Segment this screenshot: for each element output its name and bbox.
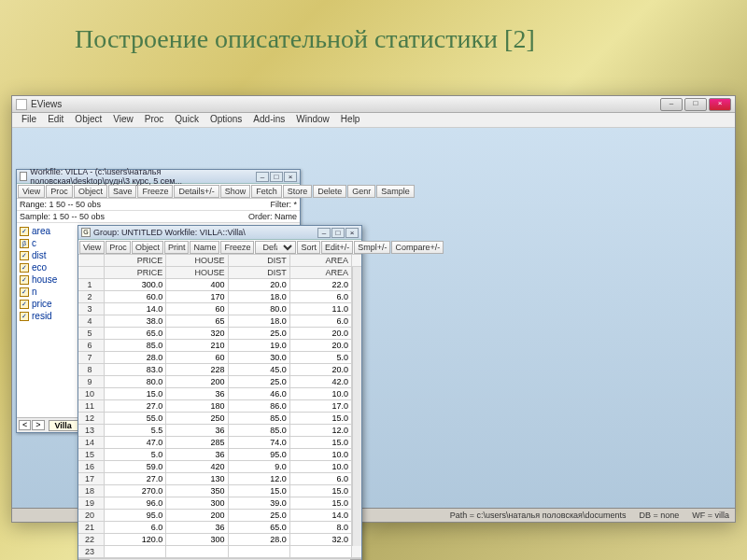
data-cell[interactable]: 39.0 xyxy=(229,497,290,510)
data-cell[interactable]: 36 xyxy=(166,449,228,461)
data-cell[interactable]: 15.0 xyxy=(290,413,352,425)
row-number[interactable]: 18 xyxy=(78,485,105,497)
data-cell[interactable]: 30.0 xyxy=(229,352,290,364)
data-cell[interactable] xyxy=(290,546,352,558)
data-cell[interactable]: 80.0 xyxy=(229,303,290,315)
data-cell[interactable]: 10.0 xyxy=(290,461,352,473)
data-cell[interactable]: 25.0 xyxy=(229,510,290,522)
wf-minimize-button[interactable]: – xyxy=(256,172,269,182)
menu-object[interactable]: Object xyxy=(69,113,107,127)
data-cell[interactable]: 60 xyxy=(166,352,228,364)
data-cell[interactable]: 12.0 xyxy=(229,473,290,485)
data-cell[interactable]: 18.0 xyxy=(229,291,290,303)
data-cell[interactable]: 400 xyxy=(166,279,228,291)
data-cell[interactable]: 15.0 xyxy=(229,485,290,497)
wf-btn-proc[interactable]: Proc xyxy=(46,185,73,198)
wf-btn-details[interactable]: Details+/- xyxy=(174,185,218,198)
data-cell[interactable]: 36 xyxy=(166,522,228,534)
minimize-button[interactable]: – xyxy=(660,98,683,111)
data-cell[interactable]: 28.0 xyxy=(105,352,166,364)
wf-btn-view[interactable]: View xyxy=(18,185,45,198)
col-header[interactable]: HOUSE xyxy=(166,255,228,267)
group-titlebar[interactable]: G Group: UNTITLED Workfile: VILLA::Villa… xyxy=(78,226,361,240)
workfile-titlebar[interactable]: Workfile: VILLA - (c:\users\наталья поло… xyxy=(17,170,300,184)
spreadsheet[interactable]: PRICEHOUSEDISTAREAPRICEHOUSEDISTAREA1300… xyxy=(78,255,361,558)
data-cell[interactable]: 27.0 xyxy=(105,473,166,485)
row-number[interactable]: 15 xyxy=(78,449,105,461)
grp-btn-freeze[interactable]: Freeze xyxy=(220,241,254,254)
row-number[interactable]: 9 xyxy=(78,376,105,388)
data-cell[interactable]: 19.0 xyxy=(229,340,290,352)
data-cell[interactable]: 200 xyxy=(166,376,228,388)
row-number[interactable]: 11 xyxy=(78,400,105,413)
data-cell[interactable]: 20.0 xyxy=(229,279,290,291)
data-cell[interactable]: 96.0 xyxy=(105,497,166,510)
row-number[interactable]: 1 xyxy=(78,279,105,291)
data-cell[interactable]: 14.0 xyxy=(290,510,352,522)
wf-btn-freeze[interactable]: Freeze xyxy=(137,185,173,198)
data-cell[interactable]: 86.0 xyxy=(229,400,290,413)
row-number[interactable]: 20 xyxy=(78,510,105,522)
row-number[interactable]: 3 xyxy=(78,303,105,315)
grp-maximize-button[interactable]: □ xyxy=(331,228,345,238)
row-number[interactable]: 8 xyxy=(78,364,105,376)
wf-btn-store[interactable]: Store xyxy=(283,185,313,198)
data-cell[interactable]: 15.0 xyxy=(290,497,352,510)
data-cell[interactable]: 300 xyxy=(166,534,228,546)
data-cell[interactable]: 320 xyxy=(166,328,228,340)
menu-quick[interactable]: Quick xyxy=(169,113,204,127)
data-cell[interactable]: 59.0 xyxy=(105,461,166,473)
wf-btn-sample[interactable]: Sample xyxy=(376,185,415,198)
menu-edit[interactable]: Edit xyxy=(42,113,69,127)
data-cell[interactable]: 60.0 xyxy=(105,291,166,303)
data-cell[interactable]: 42.0 xyxy=(290,376,352,388)
data-cell[interactable]: 228 xyxy=(166,364,228,376)
row-number[interactable]: 19 xyxy=(78,497,105,510)
data-cell[interactable]: 10.0 xyxy=(290,388,352,400)
col-header[interactable]: HOUSE xyxy=(166,267,228,279)
data-cell[interactable]: 8.0 xyxy=(290,522,352,534)
row-number[interactable]: 7 xyxy=(78,352,105,364)
grp-btn-proc[interactable]: Proc xyxy=(106,241,131,254)
grp-btn-view[interactable]: View xyxy=(79,241,105,254)
data-cell[interactable]: 5.0 xyxy=(290,352,352,364)
data-cell[interactable]: 5.5 xyxy=(105,425,166,437)
grp-btn-edit[interactable]: Edit+/- xyxy=(321,241,353,254)
row-number[interactable]: 13 xyxy=(78,425,105,437)
row-number[interactable]: 12 xyxy=(78,413,105,425)
data-cell[interactable]: 6.0 xyxy=(105,522,166,534)
data-cell[interactable]: 6.0 xyxy=(290,315,352,328)
data-cell[interactable]: 180 xyxy=(166,400,228,413)
menu-proc[interactable]: Proc xyxy=(139,113,170,127)
close-button[interactable]: × xyxy=(709,98,731,111)
data-cell[interactable]: 270.0 xyxy=(105,485,166,497)
menu-options[interactable]: Options xyxy=(204,113,247,127)
menu-view[interactable]: View xyxy=(107,113,139,127)
menu-file[interactable]: File xyxy=(16,113,42,127)
data-cell[interactable]: 10.0 xyxy=(290,449,352,461)
data-cell[interactable]: 25.0 xyxy=(229,328,290,340)
data-cell[interactable]: 9.0 xyxy=(229,461,290,473)
data-cell[interactable]: 65.0 xyxy=(229,522,290,534)
data-cell[interactable]: 95.0 xyxy=(105,510,166,522)
data-cell[interactable]: 32.0 xyxy=(290,534,352,546)
data-cell[interactable]: 95.0 xyxy=(229,449,290,461)
data-cell[interactable]: 11.0 xyxy=(290,303,352,315)
data-cell[interactable]: 6.0 xyxy=(290,291,352,303)
grp-btn-print[interactable]: Print xyxy=(164,241,190,254)
row-number[interactable]: 6 xyxy=(78,340,105,352)
data-cell[interactable]: 36 xyxy=(166,425,228,437)
data-cell[interactable] xyxy=(105,546,166,558)
data-cell[interactable]: 285 xyxy=(166,437,228,449)
data-cell[interactable]: 74.0 xyxy=(229,437,290,449)
data-cell[interactable]: 20.0 xyxy=(290,340,352,352)
data-cell[interactable]: 85.0 xyxy=(229,425,290,437)
data-cell[interactable]: 20.0 xyxy=(290,364,352,376)
data-cell[interactable]: 120.0 xyxy=(105,534,166,546)
row-number[interactable]: 4 xyxy=(78,315,105,328)
tab-scroll-left[interactable]: < xyxy=(19,420,31,430)
data-cell[interactable]: 46.0 xyxy=(229,388,290,400)
data-cell[interactable]: 28.0 xyxy=(229,534,290,546)
col-header[interactable]: PRICE xyxy=(105,267,166,279)
data-cell[interactable]: 210 xyxy=(166,340,228,352)
